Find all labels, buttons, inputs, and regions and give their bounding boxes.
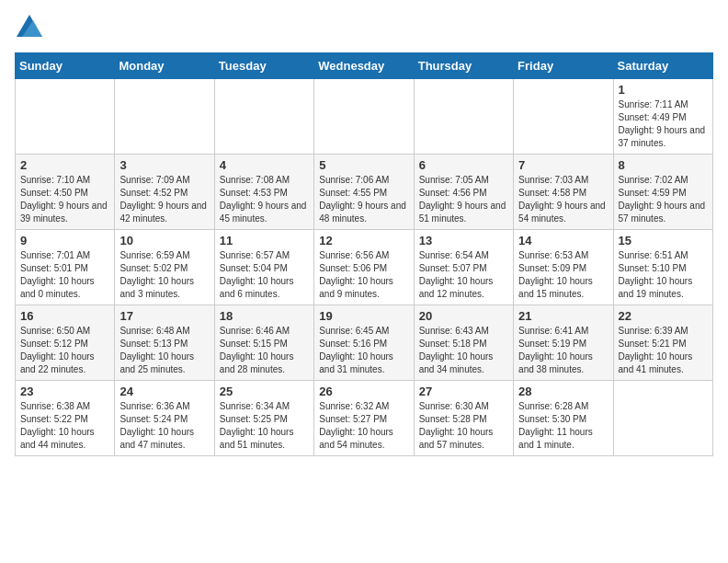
day-number: 23 bbox=[20, 385, 109, 398]
day-number: 26 bbox=[319, 385, 408, 398]
calendar-cell: 14Sunrise: 6:53 AM Sunset: 5:09 PM Dayli… bbox=[514, 230, 613, 305]
calendar-cell: 13Sunrise: 6:54 AM Sunset: 5:07 PM Dayli… bbox=[414, 230, 513, 305]
day-info: Sunrise: 6:41 AM Sunset: 5:19 PM Dayligh… bbox=[518, 325, 608, 376]
calendar-cell: 11Sunrise: 6:57 AM Sunset: 5:04 PM Dayli… bbox=[214, 230, 313, 305]
calendar-cell bbox=[115, 79, 214, 155]
day-number: 13 bbox=[419, 234, 508, 247]
calendar-cell: 3Sunrise: 7:09 AM Sunset: 4:52 PM Daylig… bbox=[115, 155, 214, 230]
day-info: Sunrise: 7:02 AM Sunset: 4:59 PM Dayligh… bbox=[619, 174, 708, 225]
day-number: 12 bbox=[319, 234, 408, 247]
calendar-cell: 21Sunrise: 6:41 AM Sunset: 5:19 PM Dayli… bbox=[514, 305, 613, 381]
column-header-friday: Friday bbox=[514, 53, 613, 79]
calendar-cell: 20Sunrise: 6:43 AM Sunset: 5:18 PM Dayli… bbox=[414, 305, 513, 381]
calendar-header-row: SundayMondayTuesdayWednesdayThursdayFrid… bbox=[16, 53, 713, 79]
column-header-saturday: Saturday bbox=[613, 53, 712, 79]
day-number: 24 bbox=[119, 385, 209, 398]
calendar-cell: 10Sunrise: 6:59 AM Sunset: 5:02 PM Dayli… bbox=[115, 230, 214, 305]
page-header bbox=[15, 15, 713, 41]
calendar-cell: 25Sunrise: 6:34 AM Sunset: 5:25 PM Dayli… bbox=[214, 381, 313, 456]
day-number: 16 bbox=[20, 309, 109, 323]
calendar-week-row: 1Sunrise: 7:11 AM Sunset: 4:49 PM Daylig… bbox=[16, 79, 713, 155]
day-number: 8 bbox=[619, 158, 708, 172]
day-number: 7 bbox=[518, 158, 608, 172]
day-info: Sunrise: 7:03 AM Sunset: 4:58 PM Dayligh… bbox=[518, 174, 608, 225]
calendar-cell: 26Sunrise: 6:32 AM Sunset: 5:27 PM Dayli… bbox=[314, 381, 414, 456]
logo bbox=[15, 15, 44, 41]
day-info: Sunrise: 6:28 AM Sunset: 5:30 PM Dayligh… bbox=[518, 400, 608, 452]
logo-icon bbox=[17, 15, 42, 37]
calendar-week-row: 23Sunrise: 6:38 AM Sunset: 5:22 PM Dayli… bbox=[16, 381, 713, 456]
day-info: Sunrise: 7:09 AM Sunset: 4:52 PM Dayligh… bbox=[119, 174, 209, 225]
day-number: 18 bbox=[220, 309, 309, 323]
day-info: Sunrise: 7:08 AM Sunset: 4:53 PM Dayligh… bbox=[220, 174, 309, 225]
day-number: 20 bbox=[419, 309, 508, 323]
calendar-cell: 17Sunrise: 6:48 AM Sunset: 5:13 PM Dayli… bbox=[115, 305, 214, 381]
calendar-cell: 22Sunrise: 6:39 AM Sunset: 5:21 PM Dayli… bbox=[613, 305, 712, 381]
day-number: 1 bbox=[619, 83, 708, 97]
calendar-week-row: 2Sunrise: 7:10 AM Sunset: 4:50 PM Daylig… bbox=[16, 155, 713, 230]
day-info: Sunrise: 6:57 AM Sunset: 5:04 PM Dayligh… bbox=[220, 249, 309, 301]
day-number: 28 bbox=[518, 385, 608, 398]
day-number: 2 bbox=[20, 158, 109, 172]
day-info: Sunrise: 7:01 AM Sunset: 5:01 PM Dayligh… bbox=[20, 249, 109, 301]
calendar-cell: 4Sunrise: 7:08 AM Sunset: 4:53 PM Daylig… bbox=[214, 155, 313, 230]
day-number: 3 bbox=[119, 158, 209, 172]
day-info: Sunrise: 6:32 AM Sunset: 5:27 PM Dayligh… bbox=[319, 400, 408, 452]
day-info: Sunrise: 6:30 AM Sunset: 5:28 PM Dayligh… bbox=[419, 400, 508, 452]
calendar-cell: 19Sunrise: 6:45 AM Sunset: 5:16 PM Dayli… bbox=[314, 305, 414, 381]
column-header-wednesday: Wednesday bbox=[314, 53, 414, 79]
day-info: Sunrise: 7:11 AM Sunset: 4:49 PM Dayligh… bbox=[619, 98, 708, 150]
day-info: Sunrise: 6:38 AM Sunset: 5:22 PM Dayligh… bbox=[20, 400, 109, 452]
calendar-cell: 27Sunrise: 6:30 AM Sunset: 5:28 PM Dayli… bbox=[414, 381, 513, 456]
calendar-cell: 16Sunrise: 6:50 AM Sunset: 5:12 PM Dayli… bbox=[16, 305, 115, 381]
calendar-cell: 8Sunrise: 7:02 AM Sunset: 4:59 PM Daylig… bbox=[613, 155, 712, 230]
day-number: 9 bbox=[20, 234, 109, 247]
day-number: 22 bbox=[619, 309, 708, 323]
day-info: Sunrise: 7:06 AM Sunset: 4:55 PM Dayligh… bbox=[319, 174, 408, 225]
calendar-cell: 7Sunrise: 7:03 AM Sunset: 4:58 PM Daylig… bbox=[514, 155, 613, 230]
calendar-cell: 9Sunrise: 7:01 AM Sunset: 5:01 PM Daylig… bbox=[16, 230, 115, 305]
day-info: Sunrise: 6:45 AM Sunset: 5:16 PM Dayligh… bbox=[319, 325, 408, 376]
day-info: Sunrise: 6:46 AM Sunset: 5:15 PM Dayligh… bbox=[220, 325, 309, 376]
day-info: Sunrise: 6:43 AM Sunset: 5:18 PM Dayligh… bbox=[419, 325, 508, 376]
calendar-cell bbox=[613, 381, 712, 456]
day-number: 10 bbox=[119, 234, 209, 247]
calendar-cell: 2Sunrise: 7:10 AM Sunset: 4:50 PM Daylig… bbox=[16, 155, 115, 230]
day-number: 6 bbox=[419, 158, 508, 172]
calendar-week-row: 9Sunrise: 7:01 AM Sunset: 5:01 PM Daylig… bbox=[16, 230, 713, 305]
day-number: 21 bbox=[518, 309, 608, 323]
calendar-cell bbox=[16, 79, 115, 155]
calendar-cell: 24Sunrise: 6:36 AM Sunset: 5:24 PM Dayli… bbox=[115, 381, 214, 456]
calendar-cell: 6Sunrise: 7:05 AM Sunset: 4:56 PM Daylig… bbox=[414, 155, 513, 230]
column-header-tuesday: Tuesday bbox=[214, 53, 313, 79]
day-number: 27 bbox=[419, 385, 508, 398]
day-info: Sunrise: 6:34 AM Sunset: 5:25 PM Dayligh… bbox=[220, 400, 309, 452]
day-info: Sunrise: 6:39 AM Sunset: 5:21 PM Dayligh… bbox=[619, 325, 708, 376]
day-info: Sunrise: 6:56 AM Sunset: 5:06 PM Dayligh… bbox=[319, 249, 408, 301]
calendar-cell bbox=[414, 79, 513, 155]
day-number: 14 bbox=[518, 234, 608, 247]
column-header-monday: Monday bbox=[115, 53, 214, 79]
calendar-cell bbox=[214, 79, 313, 155]
day-number: 25 bbox=[220, 385, 309, 398]
calendar-cell: 12Sunrise: 6:56 AM Sunset: 5:06 PM Dayli… bbox=[314, 230, 414, 305]
day-info: Sunrise: 6:36 AM Sunset: 5:24 PM Dayligh… bbox=[119, 400, 209, 452]
day-info: Sunrise: 6:48 AM Sunset: 5:13 PM Dayligh… bbox=[119, 325, 209, 376]
calendar-cell bbox=[314, 79, 414, 155]
calendar-cell: 5Sunrise: 7:06 AM Sunset: 4:55 PM Daylig… bbox=[314, 155, 414, 230]
day-info: Sunrise: 7:05 AM Sunset: 4:56 PM Dayligh… bbox=[419, 174, 508, 225]
day-number: 17 bbox=[119, 309, 209, 323]
column-header-sunday: Sunday bbox=[16, 53, 115, 79]
calendar-cell: 1Sunrise: 7:11 AM Sunset: 4:49 PM Daylig… bbox=[613, 79, 712, 155]
day-number: 15 bbox=[619, 234, 708, 247]
calendar-cell bbox=[514, 79, 613, 155]
day-info: Sunrise: 6:54 AM Sunset: 5:07 PM Dayligh… bbox=[419, 249, 508, 301]
day-info: Sunrise: 6:50 AM Sunset: 5:12 PM Dayligh… bbox=[20, 325, 109, 376]
calendar-cell: 23Sunrise: 6:38 AM Sunset: 5:22 PM Dayli… bbox=[16, 381, 115, 456]
day-info: Sunrise: 6:53 AM Sunset: 5:09 PM Dayligh… bbox=[518, 249, 608, 301]
day-number: 11 bbox=[220, 234, 309, 247]
calendar-cell: 28Sunrise: 6:28 AM Sunset: 5:30 PM Dayli… bbox=[514, 381, 613, 456]
day-info: Sunrise: 6:51 AM Sunset: 5:10 PM Dayligh… bbox=[619, 249, 708, 301]
calendar-cell: 18Sunrise: 6:46 AM Sunset: 5:15 PM Dayli… bbox=[214, 305, 313, 381]
day-number: 5 bbox=[319, 158, 408, 172]
